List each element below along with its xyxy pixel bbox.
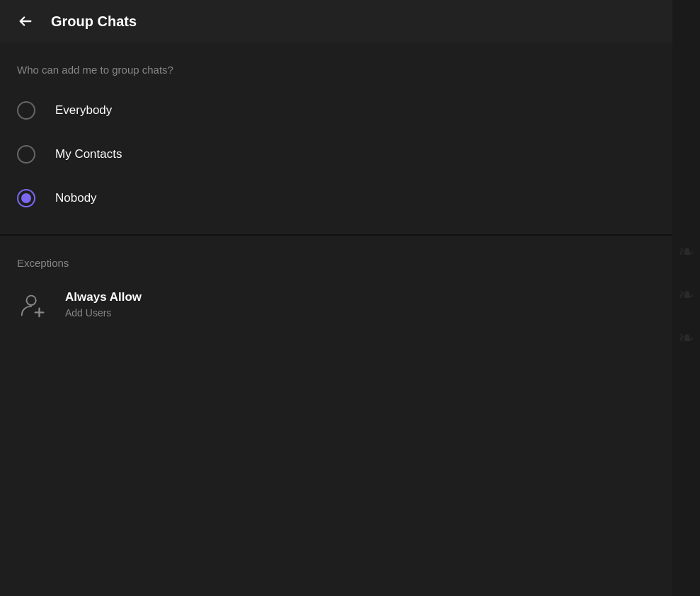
exceptions-title: Exceptions — [17, 257, 655, 269]
right-decorative-panel: ❧ ❧ ❧ — [672, 0, 700, 596]
radio-nobody — [17, 189, 35, 207]
svg-point-0 — [26, 296, 35, 305]
page-title: Group Chats — [51, 13, 137, 30]
exceptions-section: Exceptions Always Allow Add Users — [0, 243, 672, 337]
section-divider — [0, 234, 672, 236]
main-panel: Group Chats Who can add me to group chat… — [0, 0, 672, 596]
exception-always-allow-text: Always Allow Add Users — [65, 290, 142, 319]
radio-my-contacts — [17, 145, 35, 164]
exception-always-allow-title: Always Allow — [65, 290, 142, 304]
option-everybody[interactable]: Everybody — [0, 88, 672, 132]
exception-always-allow-subtitle: Add Users — [65, 307, 142, 319]
section-question: Who can add me to group chats? — [0, 42, 672, 88]
add-user-icon — [17, 289, 48, 320]
option-nobody[interactable]: Nobody — [0, 176, 672, 220]
radio-everybody — [17, 101, 35, 120]
back-button[interactable] — [14, 10, 37, 33]
decorative-pattern: ❧ ❧ ❧ — [675, 240, 698, 357]
option-my-contacts[interactable]: My Contacts — [0, 132, 672, 176]
options-list: Everybody My Contacts Nobody — [0, 88, 672, 227]
exception-always-allow[interactable]: Always Allow Add Users — [17, 279, 655, 330]
header: Group Chats — [0, 0, 672, 42]
option-label-nobody: Nobody — [55, 191, 97, 205]
radio-nobody-inner — [21, 193, 31, 203]
option-label-everybody: Everybody — [55, 103, 112, 118]
option-label-my-contacts: My Contacts — [55, 147, 122, 161]
